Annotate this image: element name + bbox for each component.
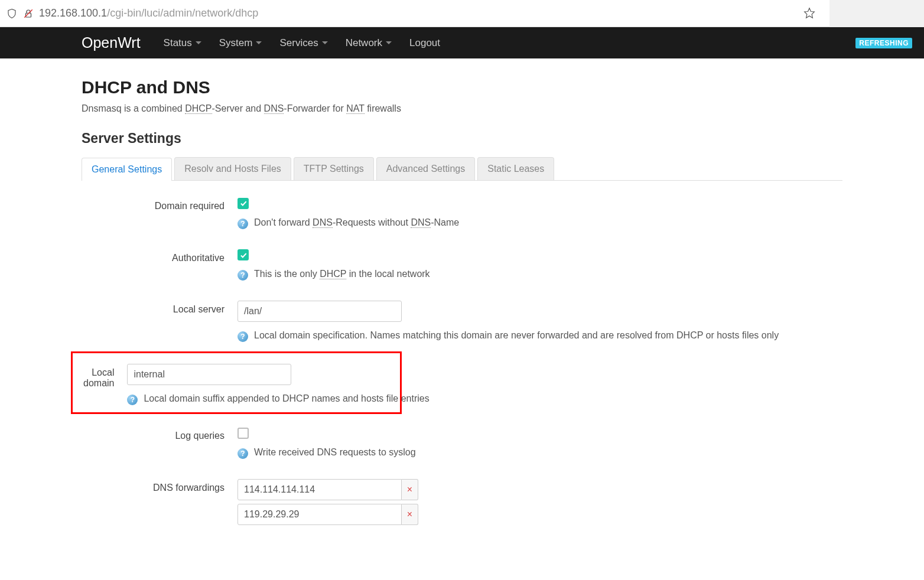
abbr-nat: NAT (346, 103, 365, 114)
navbar: OpenWrt Status System Services Network L… (0, 27, 924, 58)
tab-static-leases[interactable]: Static Leases (477, 157, 554, 180)
label-domain-required: Domain required (82, 197, 237, 211)
help-icon[interactable]: ? (127, 395, 138, 405)
nav-status[interactable]: Status (155, 27, 210, 58)
hint-local-server: ? Local domain specification. Names matc… (237, 330, 842, 342)
label-dns-forwardings: DNS forwardings (82, 479, 237, 493)
tab-general-settings[interactable]: General Settings (82, 158, 172, 181)
abbr-dns: DNS (264, 103, 284, 114)
checkbox-log-queries[interactable] (237, 428, 249, 439)
nav-system[interactable]: System (210, 27, 271, 58)
row-domain-required: Domain required ? Don't forward DNS-Requ… (82, 197, 842, 229)
hint-log-queries: ? Write received DNS requests to syslog (237, 447, 842, 459)
highlight-local-domain: Local domain ? Local domain suffix appen… (71, 351, 402, 414)
url-host: 192.168.100.1 (39, 7, 107, 19)
input-dns-forwarding-1[interactable] (237, 504, 402, 525)
abbr-dns: DNS (313, 217, 333, 228)
tab-tftp-settings[interactable]: TFTP Settings (294, 157, 374, 180)
chevron-down-icon (256, 41, 262, 44)
row-local-server: Local server ? Local domain specificatio… (82, 301, 842, 342)
checkbox-domain-required[interactable] (237, 198, 249, 209)
chevron-down-icon (322, 41, 328, 44)
dns-forwarding-entry: × (237, 479, 842, 500)
chevron-down-icon (386, 41, 392, 44)
bookmark-star-icon[interactable] (803, 7, 816, 20)
abbr-dhcp: DHCP (320, 269, 346, 279)
abbr-dns: DNS (411, 217, 431, 228)
tabs: General Settings Resolv and Hosts Files … (82, 157, 842, 181)
help-icon[interactable]: ? (237, 270, 248, 281)
remove-button[interactable]: × (402, 479, 418, 500)
nav-services[interactable]: Services (271, 27, 336, 58)
hint-local-domain: ? Local domain suffix appended to DHCP n… (127, 393, 429, 405)
row-local-domain: Local domain ? Local domain suffix appen… (73, 364, 400, 405)
section-heading: Server Settings (82, 131, 842, 146)
label-local-server: Local server (82, 301, 237, 315)
help-icon[interactable]: ? (237, 219, 248, 229)
label-local-domain: Local domain (83, 364, 127, 389)
checkbox-authoritative[interactable] (237, 249, 249, 260)
hint-authoritative: ? This is the only DHCP in the local net… (237, 269, 842, 281)
row-log-queries: Log queries ? Write received DNS request… (82, 427, 842, 459)
help-icon[interactable]: ? (237, 331, 248, 342)
input-local-server[interactable] (237, 301, 402, 322)
remove-button[interactable]: × (402, 504, 418, 525)
input-local-domain[interactable] (127, 364, 291, 385)
insecure-lock-icon[interactable] (22, 8, 34, 19)
svg-marker-2 (805, 8, 815, 18)
dns-forwarding-entry: × (237, 504, 842, 525)
url-bar[interactable]: 192.168.100.1/cgi-bin/luci/admin/network… (39, 7, 803, 19)
browser-right-gutter (829, 0, 924, 27)
help-icon[interactable]: ? (237, 448, 248, 459)
row-dns-forwardings: DNS forwardings × × (82, 479, 842, 529)
refreshing-badge: REFRESHING (855, 38, 912, 48)
label-authoritative: Authoritative (82, 249, 237, 263)
page-title: DHCP and DNS (82, 77, 842, 97)
nav-logout[interactable]: Logout (401, 27, 449, 58)
tab-advanced-settings[interactable]: Advanced Settings (376, 157, 475, 180)
url-path: /cgi-bin/luci/admin/network/dhcp (107, 7, 258, 19)
chevron-down-icon (196, 41, 201, 44)
hint-domain-required: ? Don't forward DNS-Requests without DNS… (237, 217, 842, 229)
brand[interactable]: OpenWrt (0, 34, 155, 51)
label-log-queries: Log queries (82, 427, 237, 441)
nav-network[interactable]: Network (337, 27, 401, 58)
abbr-dhcp: DHCP (185, 103, 212, 114)
tab-resolv-hosts[interactable]: Resolv and Hosts Files (174, 157, 291, 180)
row-authoritative: Authoritative ? This is the only DHCP in… (82, 249, 842, 281)
page-subtitle: Dnsmasq is a combined DHCP-Server and DN… (82, 103, 842, 114)
shield-icon[interactable] (6, 8, 18, 19)
input-dns-forwarding-0[interactable] (237, 479, 402, 500)
